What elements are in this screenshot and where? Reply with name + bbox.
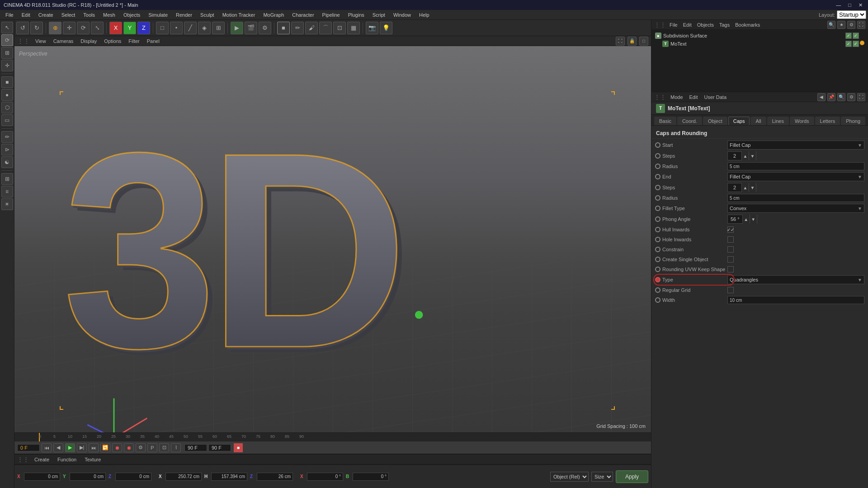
end-frame-display[interactable]: 90 F	[184, 444, 207, 451]
light-icon[interactable]: ☀	[1, 198, 13, 210]
play-btn-tl[interactable]: ▶	[65, 443, 75, 452]
om-search-icon[interactable]: 🔍	[827, 21, 835, 29]
menu-script[interactable]: Script	[369, 11, 389, 19]
keyframe-btn-p[interactable]: P	[147, 443, 157, 452]
prop-back-icon[interactable]: ◀	[817, 93, 826, 101]
render-settings-btn[interactable]: ⚙	[259, 22, 271, 34]
tab-letters[interactable]: Letters	[815, 117, 840, 125]
menu-simulate[interactable]: Simulate	[145, 11, 171, 19]
type-dropdown[interactable]: Quadrangles ▼	[727, 275, 864, 284]
menu-create[interactable]: Create	[35, 11, 57, 19]
maximize-btn[interactable]: □	[846, 2, 853, 8]
menu-file[interactable]: File	[2, 11, 17, 19]
rotate-icon[interactable]: ⟳	[1, 34, 13, 46]
om-menu-file[interactable]: File	[668, 22, 679, 28]
pencil-btn[interactable]: ✏	[291, 22, 304, 34]
prop-width-value[interactable]	[727, 296, 864, 304]
steps-end-up[interactable]: ▲	[741, 183, 749, 192]
fillet-type-dropdown[interactable]: Convex ▼	[727, 204, 864, 213]
om-menu-edit[interactable]: Edit	[681, 22, 693, 28]
pen-tool-icon[interactable]: ✏	[1, 131, 13, 143]
viewport-menu-options[interactable]: Options	[102, 38, 123, 44]
prop-settings-icon[interactable]: ⚙	[847, 93, 855, 101]
sub-check-1[interactable]: ✓	[845, 33, 852, 39]
prop-radius-start-value[interactable]	[727, 162, 864, 170]
minimize-btn[interactable]: —	[834, 2, 843, 8]
sphere-icon[interactable]: ●	[1, 89, 13, 101]
tab-all[interactable]: All	[750, 117, 766, 125]
prop-steps-start-value[interactable]: 2 ▲ ▼	[727, 151, 864, 160]
viewport-lock-btn[interactable]: 🔒	[627, 37, 637, 46]
function-menu-btn[interactable]: Function	[55, 456, 79, 463]
window-controls[interactable]: — □ ✕	[834, 2, 864, 8]
tab-coord[interactable]: Coord.	[677, 117, 702, 125]
prop-search-icon[interactable]: 🔍	[837, 93, 845, 101]
select-tool-btn[interactable]: ⊕	[49, 22, 61, 34]
spline-btn[interactable]: ⌒	[319, 22, 332, 34]
rot-b-input[interactable]	[353, 473, 389, 481]
viewport-menu-view[interactable]: View	[33, 38, 48, 44]
next-frame-btn[interactable]: ▶|	[77, 443, 87, 452]
object-item-subdivision[interactable]: ■ Subdivision Surface ✓ ✓	[653, 32, 866, 40]
size-x-input[interactable]	[165, 473, 202, 481]
paint-btn[interactable]: 🖌	[305, 22, 318, 34]
om-menu-objects[interactable]: Objects	[695, 22, 716, 28]
cylinder-icon[interactable]: ⬡	[1, 102, 13, 113]
axis-icon[interactable]: ✛	[1, 60, 13, 71]
tab-object[interactable]: Object	[703, 117, 727, 125]
steps-start-up[interactable]: ▲	[741, 151, 749, 160]
phong-stepper[interactable]: 56 ° ▲ ▼	[727, 215, 757, 224]
end-dropdown[interactable]: Fillet Cap ▼	[727, 172, 864, 181]
cube-btn[interactable]: ■	[277, 22, 290, 34]
prop-radius-end-value[interactable]	[727, 194, 864, 202]
axis-z-btn[interactable]: Z	[137, 22, 150, 34]
3d-viewport[interactable]: 3D 3D	[14, 46, 651, 432]
object-mode-btn[interactable]: □	[156, 22, 169, 34]
undo-btn[interactable]: ↺	[16, 22, 29, 34]
prop-pin-icon[interactable]: 📌	[827, 93, 835, 101]
scale-btn[interactable]: ⤡	[91, 22, 104, 34]
start-dropdown[interactable]: Fillet Cap ▼	[727, 141, 864, 150]
axis-x-btn[interactable]: X	[109, 22, 122, 34]
prop-end-value[interactable]: Fillet Cap ▼	[727, 172, 864, 181]
prop-constrain-value[interactable]	[727, 246, 864, 253]
prop-rounding-uvw-value[interactable]	[727, 266, 864, 272]
hole-inwards-checkbox[interactable]	[727, 236, 734, 243]
record-btn[interactable]: ⏺	[112, 443, 122, 452]
menu-sculpt[interactable]: Sculpt	[197, 11, 218, 19]
motion-path-btn[interactable]: ⊡	[159, 443, 169, 452]
prop-phong-angle-value[interactable]: 56 ° ▲ ▼	[727, 215, 864, 224]
viewport-expand-btn[interactable]: ⛶	[616, 37, 625, 46]
pos-z-input[interactable]	[115, 473, 151, 481]
size-z-input[interactable]	[257, 473, 293, 481]
camera-btn[interactable]: 📷	[366, 22, 378, 34]
extrude-btn[interactable]: ⊡	[333, 22, 346, 34]
steps-end-stepper[interactable]: 2 ▲ ▼	[727, 183, 756, 192]
viewport-settings-btn[interactable]: □	[639, 37, 648, 46]
prop-hole-inwards-value[interactable]	[727, 236, 864, 243]
end-frame-display2[interactable]: 90 F	[208, 444, 231, 451]
pos-x-input[interactable]	[24, 473, 60, 481]
phong-up[interactable]: ▲	[742, 215, 750, 224]
prop-type-value[interactable]: Quadrangles ▼	[727, 275, 864, 284]
skip-start-btn[interactable]: ⏮	[42, 443, 52, 452]
radius-end-input[interactable]	[727, 194, 864, 202]
close-btn[interactable]: ✕	[857, 2, 864, 8]
prop-fillet-type-value[interactable]: Convex ▼	[727, 204, 864, 213]
om-menu-tags[interactable]: Tags	[717, 22, 731, 28]
light2-btn[interactable]: 💡	[380, 22, 392, 34]
skip-end-btn[interactable]: ⏭	[89, 443, 99, 452]
viewport-menu-display[interactable]: Display	[79, 38, 99, 44]
menu-select[interactable]: Select	[58, 11, 79, 19]
menu-character[interactable]: Character	[288, 11, 317, 19]
menu-render[interactable]: Render	[172, 11, 196, 19]
stop-btn[interactable]: ■	[234, 443, 243, 452]
cube-icon[interactable]: ■	[1, 76, 13, 88]
steps-end-down[interactable]: ▼	[749, 183, 756, 192]
magnet-icon[interactable]: ☯	[1, 156, 13, 168]
layer-icon[interactable]: ≡	[1, 186, 13, 197]
viewport-menu-filter[interactable]: Filter	[127, 38, 141, 44]
object-rel-dropdown[interactable]: Object (Rel)	[550, 472, 589, 482]
om-bookmark-icon[interactable]: ★	[837, 21, 845, 29]
om-menu-bookmarks[interactable]: Bookmarks	[733, 22, 762, 28]
